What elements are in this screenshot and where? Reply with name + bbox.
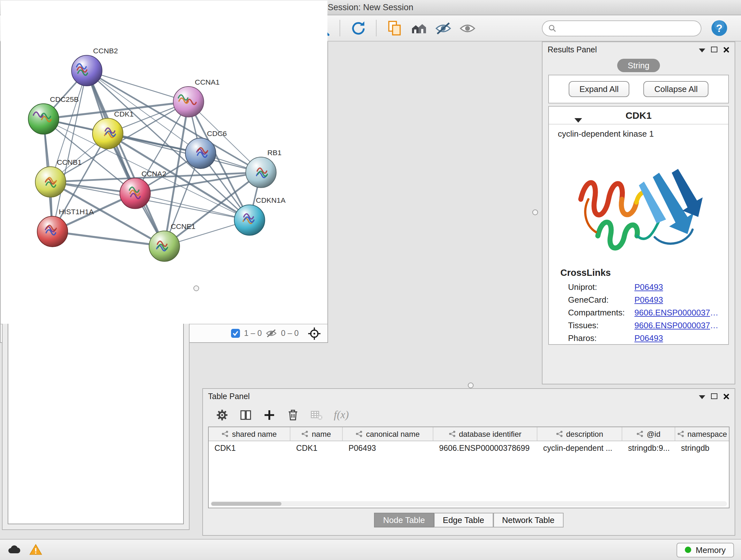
gene-symbol: CDK1 bbox=[625, 110, 652, 121]
node-label: CCNE1 bbox=[171, 222, 196, 231]
tab-edge-table[interactable]: Edge Table bbox=[434, 513, 493, 527]
network-edge[interactable] bbox=[87, 71, 164, 246]
node-label: CCNA2 bbox=[141, 170, 166, 178]
column-header-namespace[interactable]: namespace bbox=[675, 427, 729, 441]
crosslink-genecard-link[interactable]: P06493 bbox=[634, 295, 722, 304]
node-label: CDC25B bbox=[50, 95, 78, 104]
network-node-cdkn1a[interactable] bbox=[234, 205, 265, 235]
warnings-button[interactable] bbox=[29, 543, 43, 557]
cell-namespace[interactable]: stringdb bbox=[675, 443, 729, 452]
column-header-database-identifier[interactable]: database identifier bbox=[433, 427, 537, 441]
clear-table-button[interactable] bbox=[310, 409, 323, 422]
refresh-view-button[interactable] bbox=[347, 18, 369, 38]
column-header-name[interactable]: name bbox=[290, 427, 343, 441]
results-panel-close-button[interactable] bbox=[723, 46, 730, 53]
network-node-rb1[interactable] bbox=[246, 157, 276, 188]
network-graph[interactable]: CCNB2CCNA1CDC25BCDK1CDC6RB1CCNB1CCNA2CDK… bbox=[1, 1, 327, 324]
column-header-shared-name[interactable]: shared name bbox=[209, 427, 290, 441]
network-edge[interactable] bbox=[52, 232, 164, 246]
tab-network-table[interactable]: Network Table bbox=[493, 513, 563, 527]
cell-canonical-name[interactable]: P06493 bbox=[343, 443, 433, 452]
cell-name[interactable]: CDK1 bbox=[290, 443, 343, 452]
function-builder-button[interactable]: f(x) bbox=[334, 409, 349, 422]
crosslink-row: Tissues: 9606.ENSP00000378699 bbox=[549, 319, 728, 331]
results-panel-float-button[interactable] bbox=[711, 45, 718, 54]
protein-structure-image bbox=[561, 142, 716, 262]
column-type-icon bbox=[356, 430, 363, 437]
delete-column-button[interactable] bbox=[286, 409, 299, 422]
left-splitter-handle[interactable] bbox=[193, 286, 199, 291]
collapse-all-button[interactable]: Collapse All bbox=[644, 81, 709, 97]
table-panel-float-button[interactable] bbox=[711, 391, 718, 401]
crosslink-uniprot-link[interactable]: P06493 bbox=[634, 282, 722, 292]
scrollbar-thumb[interactable] bbox=[211, 502, 281, 506]
network-edge[interactable] bbox=[108, 133, 261, 172]
results-panel-menu-button[interactable] bbox=[699, 45, 705, 54]
network-node-hist1h1a[interactable] bbox=[37, 216, 68, 247]
fit-selected-button[interactable] bbox=[302, 327, 321, 340]
right-splitter-handle[interactable] bbox=[532, 209, 538, 215]
cell-database-identifier[interactable]: 9606.ENSP00000378699 bbox=[433, 443, 537, 452]
crosslink-compartments-link[interactable]: 9606.ENSP00000378699 bbox=[634, 307, 722, 317]
crosslink-pharos-link[interactable]: P06493 bbox=[634, 333, 722, 343]
column-header-id[interactable]: @id bbox=[622, 427, 675, 441]
columns-icon bbox=[239, 409, 252, 422]
column-header-description[interactable]: description bbox=[537, 427, 622, 441]
tab-node-table[interactable]: Node Table bbox=[374, 513, 434, 527]
duplicate-documents-button[interactable] bbox=[384, 18, 405, 38]
add-column-button[interactable] bbox=[263, 409, 276, 422]
table-options-button[interactable] bbox=[216, 409, 228, 422]
network-node-cdc25b[interactable] bbox=[28, 104, 59, 134]
crosslink-label: GeneCard: bbox=[568, 295, 634, 304]
crosshair-icon bbox=[308, 327, 321, 340]
cell-description[interactable]: cyclin-dependent ... bbox=[537, 443, 622, 452]
search-input[interactable] bbox=[560, 23, 695, 33]
cloud-status-button[interactable] bbox=[7, 543, 21, 557]
memory-button[interactable]: Memory bbox=[677, 543, 734, 557]
cell-id[interactable]: stringdb:9... bbox=[622, 443, 675, 452]
network-canvas[interactable]: CCNB2CCNA1CDC25BCDK1CDC6RB1CCNB1CCNA2CDK… bbox=[1, 1, 327, 324]
hide-selected-button[interactable] bbox=[432, 18, 454, 38]
grid-remove-icon bbox=[310, 409, 323, 422]
expand-all-button[interactable]: Expand All bbox=[569, 81, 630, 97]
gene-section-header[interactable]: CDK1 bbox=[549, 107, 728, 125]
warning-icon bbox=[29, 543, 43, 557]
first-neighbors-button[interactable] bbox=[408, 18, 429, 38]
show-all-button[interactable] bbox=[456, 18, 478, 38]
network-node-ccnb2[interactable] bbox=[71, 55, 102, 86]
network-node-ccna2[interactable] bbox=[120, 178, 151, 209]
table-panel-title: Table Panel bbox=[208, 392, 699, 401]
crosslink-row: Compartments: 9606.ENSP00000378699 bbox=[549, 306, 728, 319]
crosslink-label: Compartments: bbox=[568, 307, 634, 317]
table-header-row: shared name name canonical name database… bbox=[209, 427, 729, 441]
crosslinks-title: CrossLinks bbox=[549, 262, 728, 280]
expand-collapse-box: Expand All Collapse All bbox=[548, 75, 729, 104]
column-type-icon bbox=[556, 430, 563, 437]
table-panel-close-button[interactable] bbox=[723, 393, 730, 399]
hidden-count: 0 – 0 bbox=[281, 329, 299, 338]
network-node-cdk1[interactable] bbox=[92, 118, 123, 149]
horizontal-scrollbar[interactable] bbox=[211, 501, 727, 506]
network-edge[interactable] bbox=[87, 71, 189, 102]
status-bar: Memory bbox=[0, 539, 741, 560]
network-node-ccnb1[interactable] bbox=[36, 167, 66, 197]
network-node-ccne1[interactable] bbox=[149, 231, 180, 261]
table-panel: Table Panel f(x) bbox=[202, 388, 735, 536]
table-panel-menu-button[interactable] bbox=[699, 391, 705, 401]
selected-checkbox[interactable] bbox=[231, 329, 240, 338]
table-row[interactable]: CDK1 CDK1 P06493 9606.ENSP00000378699 cy… bbox=[209, 441, 729, 455]
node-table: shared name name canonical name database… bbox=[208, 427, 730, 508]
network-node-cdc6[interactable] bbox=[185, 138, 216, 169]
help-button[interactable]: ? bbox=[711, 19, 728, 37]
collapse-section-icon[interactable] bbox=[575, 114, 582, 125]
network-node-ccna1[interactable] bbox=[173, 86, 204, 117]
show-columns-button[interactable] bbox=[239, 409, 252, 422]
crosslink-tissues-link[interactable]: 9606.ENSP00000378699 bbox=[634, 320, 722, 330]
column-header-canonical-name[interactable]: canonical name bbox=[343, 427, 433, 441]
cell-shared-name[interactable]: CDK1 bbox=[209, 443, 290, 452]
string-results-tab[interactable]: String bbox=[617, 59, 660, 72]
bottom-splitter-handle[interactable] bbox=[468, 382, 474, 388]
gene-description: cyclin-dependent kinase 1 bbox=[549, 125, 728, 140]
column-type-icon bbox=[301, 430, 309, 437]
check-icon bbox=[232, 330, 239, 336]
